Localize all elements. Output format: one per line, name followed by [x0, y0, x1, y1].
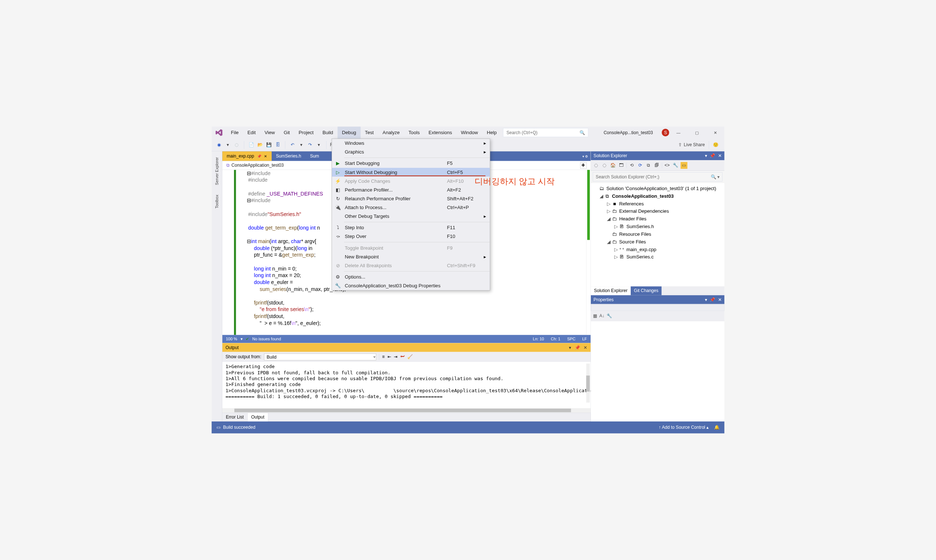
debug-item-consoleapplication-test03-debug-properties[interactable]: 🔧ConsoleApplication_test03 Debug Propert… — [332, 282, 490, 290]
se-code-icon[interactable]: <> — [664, 162, 671, 169]
output-indent-right-icon[interactable]: ⇥ — [394, 354, 397, 359]
output-from-select[interactable]: Build — [264, 354, 376, 360]
tree-node-main-exp-cpp[interactable]: ▷⁺⁺main_exp.cpp — [591, 246, 725, 253]
se-tab-git-changes[interactable]: Git Changes — [631, 286, 662, 295]
doc-tab-main-exp-cpp[interactable]: main_exp.cpp📌✕ — [222, 151, 272, 161]
prop-az-icon[interactable]: A↓ — [599, 314, 604, 319]
output-text[interactable]: 1>Generating code 1>Previous IPDB not fo… — [222, 362, 591, 408]
menu-edit[interactable]: Edit — [243, 126, 260, 138]
maximize-button[interactable]: ▢ — [688, 126, 706, 138]
bottom-tab-output[interactable]: Output — [248, 413, 268, 422]
se-showall-icon[interactable]: 🗐 — [653, 162, 660, 169]
undo-icon[interactable]: ↶ — [289, 142, 296, 149]
rail-server-explorer[interactable]: Server Explorer — [214, 154, 220, 188]
code-overview-ruler[interactable] — [586, 170, 591, 335]
se-preview-icon[interactable]: ▭ — [680, 162, 687, 169]
tree-node-external-dependencies[interactable]: ▷🗀External Dependencies — [591, 208, 725, 215]
debug-item-graphics[interactable]: Graphics▸ — [332, 148, 490, 157]
prop-pin-icon[interactable]: 📌 — [710, 297, 715, 302]
tree-node-resource-files[interactable]: 🗀Resource Files — [591, 230, 725, 238]
solution-tree[interactable]: 🗂Solution 'ConsoleApplication_test03' (1… — [591, 183, 725, 286]
output-clear-all-icon[interactable]: 🧹 — [407, 354, 413, 359]
output-header[interactable]: Output ▾ 📌 ✕ — [222, 343, 591, 352]
debug-item-new-breakpoint[interactable]: New Breakpoint▸ — [332, 252, 490, 261]
new-project-icon[interactable]: 📄 — [248, 142, 255, 149]
se-home-icon[interactable]: ◌ — [593, 162, 600, 169]
global-search-field[interactable]: Search (Ctrl+Q) 🔍 — [503, 128, 588, 137]
save-all-icon[interactable]: 🗄 — [274, 142, 282, 149]
debug-item-relaunch-performance-profiler[interactable]: ↻Relaunch Performance ProfilerShift+Alt+… — [332, 194, 490, 203]
tree-node-solution-consoleapplication-test03-1-of-1-project-[interactable]: 🗂Solution 'ConsoleApplication_test03' (1… — [591, 185, 725, 192]
tree-node-consoleapplication-test03[interactable]: ◢⧉ConsoleApplication_test03 — [591, 192, 725, 200]
debug-item-start-debugging[interactable]: ▶Start DebuggingF5 — [332, 159, 490, 168]
rail-toolbox[interactable]: Toolbox — [214, 192, 220, 211]
bottom-tab-error-list[interactable]: Error List — [222, 413, 248, 422]
live-share-label[interactable]: Live Share — [684, 142, 705, 147]
debug-item-other-debug-targets[interactable]: Other Debug Targets▸ — [332, 212, 490, 221]
se-tab-solution-explorer[interactable]: Solution Explorer — [591, 286, 631, 295]
tree-node-source-files[interactable]: ◢🗀Source Files — [591, 238, 725, 246]
output-hscroll[interactable] — [222, 408, 591, 413]
se-back-icon[interactable]: ⟲ — [628, 162, 635, 169]
menu-git[interactable]: Git — [279, 126, 294, 138]
prop-wrench-icon[interactable]: 🔧 — [607, 314, 612, 319]
debug-item-attach-to-process-[interactable]: 🔌Attach to Process...Ctrl+Alt+P — [332, 203, 490, 212]
menu-extensions[interactable]: Extensions — [424, 126, 456, 138]
redo-dd[interactable]: ▾ — [315, 142, 322, 149]
output-wordwrap-icon[interactable]: ⮨ — [400, 354, 405, 359]
se-refresh-icon[interactable]: ⟳ — [637, 162, 644, 169]
close-button[interactable]: ✕ — [706, 126, 724, 138]
nav-back-icon[interactable]: ◉ — [216, 142, 223, 149]
user-avatar[interactable]: S — [662, 129, 669, 136]
menu-project[interactable]: Project — [294, 126, 318, 138]
debug-item-step-into[interactable]: ⤵Step IntoF11 — [332, 223, 490, 232]
save-icon[interactable]: 💾 — [265, 142, 273, 149]
se-dd-icon[interactable]: ▾ — [705, 153, 707, 158]
properties-header[interactable]: Properties ▾📌✕ — [591, 295, 725, 304]
debug-item-options-[interactable]: ⚙Options... — [332, 273, 490, 282]
properties-grid[interactable] — [591, 321, 725, 422]
se-scope-icon[interactable]: 🗔 — [618, 162, 625, 169]
zoom-level[interactable]: 100 % — [226, 337, 237, 342]
code-text[interactable]: ⊟#include #include #define _USE_MATH_DEF… — [244, 170, 345, 335]
output-close-icon[interactable]: ✕ — [583, 345, 587, 350]
debug-item-step-over[interactable]: ⤼Step OverF10 — [332, 232, 490, 241]
solution-explorer-header[interactable]: Solution Explorer ▾📌✕ — [591, 151, 725, 160]
feedback-icon[interactable]: 🙂 — [713, 142, 719, 147]
se-close-icon[interactable]: ✕ — [718, 153, 722, 158]
se-sync-icon[interactable]: ◌ — [601, 162, 608, 169]
tree-node-sumseries-h[interactable]: ▷🖹SumSeries.h — [591, 223, 725, 230]
se-search-field[interactable]: Search Solution Explorer (Ctrl+;) 🔍 ▾ — [593, 172, 722, 181]
doc-tab-sumseries-h[interactable]: SumSeries.h — [272, 151, 306, 161]
open-icon[interactable]: 📂 — [257, 142, 264, 149]
output-clear-icon[interactable]: ≡ — [382, 354, 385, 359]
menu-analyze[interactable]: Analyze — [378, 126, 404, 138]
minimize-button[interactable]: — — [669, 126, 687, 138]
se-pin-icon[interactable]: 📌 — [710, 153, 715, 158]
debug-item-start-without-debugging[interactable]: ▷Start Without DebuggingCtrl+F5 — [332, 168, 490, 177]
doc-tab-sum[interactable]: Sum — [306, 151, 323, 161]
menu-build[interactable]: Build — [318, 126, 337, 138]
menu-file[interactable]: File — [226, 126, 243, 138]
menu-tools[interactable]: Tools — [404, 126, 424, 138]
properties-object-select[interactable] — [591, 304, 725, 311]
se-collapse-icon[interactable]: ⧉ — [645, 162, 652, 169]
menu-debug[interactable]: Debug — [337, 126, 360, 138]
menu-test[interactable]: Test — [360, 126, 378, 138]
tree-node-header-files[interactable]: ◢🗀Header Files — [591, 215, 725, 223]
debug-item-windows[interactable]: Windows▸ — [332, 139, 490, 148]
tree-node-sumseries-c[interactable]: ▷🖹SumSeries.c — [591, 253, 725, 261]
se-prop-icon[interactable]: 🔧 — [672, 162, 679, 169]
nav-fwd-icon[interactable]: ◌ — [233, 142, 240, 149]
menu-help[interactable]: Help — [482, 126, 501, 138]
prop-close-icon[interactable]: ✕ — [718, 297, 722, 302]
status-source-control[interactable]: ↑ Add to Source Control ▴ — [659, 425, 708, 430]
menu-window[interactable]: Window — [456, 126, 482, 138]
output-pin-icon[interactable]: 📌 — [575, 345, 580, 350]
undo-dd[interactable]: ▾ — [298, 142, 305, 149]
prop-dd-icon[interactable]: ▾ — [705, 297, 707, 302]
output-dd-icon[interactable]: ▾ — [569, 345, 571, 350]
live-share-icon[interactable]: ⇪ — [678, 142, 682, 147]
doc-tab-overflow[interactable]: ▾ ⚙ — [582, 151, 591, 161]
menu-view[interactable]: View — [260, 126, 279, 138]
